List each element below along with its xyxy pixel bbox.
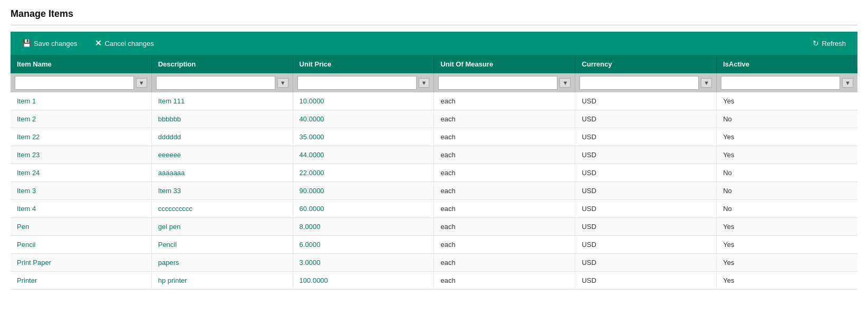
cell-isActive: No: [717, 164, 857, 182]
cell-isActive: No: [717, 110, 857, 128]
cell-isActive: Yes: [717, 128, 857, 146]
cell-currency: USD: [575, 92, 717, 110]
cell-description: papers: [151, 254, 293, 272]
cell-currency: USD: [575, 272, 717, 290]
items-table: Item Name Description Unit Price Unit Of…: [11, 55, 857, 290]
cell-currency: USD: [575, 218, 717, 236]
toolbar: 💾 Save changes ✕ Cancel changes ↻ Refres…: [11, 32, 857, 55]
cell-unitPrice: 22.0000: [293, 164, 434, 182]
cell-unitPrice: 90.0000: [293, 182, 434, 200]
table-row: Print Paperpapers3.0000eachUSDYes: [11, 254, 857, 272]
filter-icon-item-name[interactable]: ▼: [136, 78, 147, 88]
col-header-description: Description: [151, 55, 293, 73]
cell-unitPrice: 8.0000: [293, 218, 434, 236]
cell-currency: USD: [575, 146, 717, 164]
cell-isActive: No: [717, 182, 857, 200]
table-row: Printerhp printer100.0000eachUSDYes: [11, 272, 857, 290]
cell-itemName: Item 23: [11, 146, 151, 164]
table-row: Item 23eeeeee44.0000eachUSDYes: [11, 146, 857, 164]
cell-unitOfMeasure: each: [434, 128, 575, 146]
cell-unitPrice: 35.0000: [293, 128, 434, 146]
filter-cell-unit-price: ▼: [293, 73, 434, 92]
filter-input-unit-price[interactable]: [297, 76, 417, 90]
cell-unitOfMeasure: each: [434, 164, 575, 182]
table-row: Item 4cccccccccc60.0000eachUSDNo: [11, 200, 857, 218]
save-button[interactable]: 💾 Save changes: [18, 37, 81, 50]
cell-unitPrice: 3.0000: [293, 254, 434, 272]
cell-itemName: Print Paper: [11, 254, 151, 272]
table-row: Pengel pen8.0000eachUSDYes: [11, 218, 857, 236]
cell-currency: USD: [575, 164, 717, 182]
cell-description: bbbbbb: [151, 110, 293, 128]
cell-isActive: Yes: [717, 218, 857, 236]
cancel-label: Cancel changes: [104, 40, 153, 47]
cell-unitPrice: 60.0000: [293, 200, 434, 218]
cell-unitOfMeasure: each: [434, 110, 575, 128]
column-headers-row: Item Name Description Unit Price Unit Of…: [11, 55, 857, 73]
cell-unitPrice: 100.0000: [293, 272, 434, 290]
filter-icon-description[interactable]: ▼: [277, 78, 288, 88]
table-row: Item 3Item 3390.0000eachUSDNo: [11, 182, 857, 200]
cell-description: dddddd: [151, 128, 293, 146]
page-title: Manage Items: [11, 8, 857, 25]
cell-itemName: Item 24: [11, 164, 151, 182]
table-row: Item 24aaaaaaa22.0000eachUSDNo: [11, 164, 857, 182]
filter-icon-unit-price[interactable]: ▼: [419, 78, 430, 88]
filter-input-description[interactable]: [156, 76, 275, 90]
filter-input-unit-of-measure[interactable]: [438, 76, 557, 90]
cancel-icon: ✕: [95, 39, 102, 48]
cell-unitPrice: 44.0000: [293, 146, 434, 164]
cell-unitOfMeasure: each: [434, 272, 575, 290]
cell-unitOfMeasure: each: [434, 200, 575, 218]
refresh-button[interactable]: ↻ Refresh: [808, 37, 850, 50]
cell-unitOfMeasure: each: [434, 92, 575, 110]
cell-isActive: No: [717, 200, 857, 218]
table-row: PencilPencil6.0000eachUSDYes: [11, 236, 857, 254]
cell-unitOfMeasure: each: [434, 236, 575, 254]
cell-currency: USD: [575, 236, 717, 254]
cancel-button[interactable]: ✕ Cancel changes: [91, 36, 158, 50]
cell-currency: USD: [575, 110, 717, 128]
cell-description: Item 111: [151, 92, 293, 110]
filter-icon-is-active[interactable]: ▼: [842, 78, 853, 88]
filter-input-item-name[interactable]: [15, 76, 134, 90]
filter-cell-unit-of-measure: ▼: [434, 73, 575, 92]
filter-row: ▼ ▼ ▼: [11, 73, 857, 92]
col-header-unit-price: Unit Price: [293, 55, 434, 73]
col-header-is-active: IsActive: [717, 55, 857, 73]
filter-input-is-active[interactable]: [721, 76, 840, 90]
cell-description: cccccccccc: [151, 200, 293, 218]
cell-unitOfMeasure: each: [434, 254, 575, 272]
cell-description: hp printer: [151, 272, 293, 290]
cell-isActive: Yes: [717, 272, 857, 290]
filter-cell-currency: ▼: [575, 73, 717, 92]
refresh-label: Refresh: [822, 40, 846, 47]
cell-currency: USD: [575, 200, 717, 218]
cell-itemName: Item 4: [11, 200, 151, 218]
col-header-currency: Currency: [575, 55, 717, 73]
table-body: Item 1Item 11110.0000eachUSDYesItem 2bbb…: [11, 92, 857, 290]
cell-isActive: Yes: [717, 236, 857, 254]
cell-description: aaaaaaa: [151, 164, 293, 182]
cell-description: gel pen: [151, 218, 293, 236]
cell-isActive: Yes: [717, 146, 857, 164]
filter-icon-currency[interactable]: ▼: [701, 78, 712, 88]
separator: [81, 40, 91, 47]
save-label: Save changes: [34, 40, 77, 47]
cell-itemName: Item 3: [11, 182, 151, 200]
table-row: Item 22dddddd35.0000eachUSDYes: [11, 128, 857, 146]
table-row: Item 1Item 11110.0000eachUSDYes: [11, 92, 857, 110]
filter-cell-description: ▼: [151, 73, 293, 92]
filter-icon-unit-of-measure[interactable]: ▼: [560, 78, 571, 88]
cell-unitPrice: 40.0000: [293, 110, 434, 128]
cell-itemName: Printer: [11, 272, 151, 290]
filter-cell-item-name: ▼: [11, 73, 151, 92]
cell-unitPrice: 6.0000: [293, 236, 434, 254]
cell-isActive: Yes: [717, 92, 857, 110]
page-wrapper: Manage Items 💾 Save changes ✕ Cancel cha…: [0, 0, 868, 298]
cell-unitOfMeasure: each: [434, 146, 575, 164]
filter-input-currency[interactable]: [580, 76, 699, 90]
cell-itemName: Pencil: [11, 236, 151, 254]
table-row: Item 2bbbbbb40.0000eachUSDNo: [11, 110, 857, 128]
cell-itemName: Pen: [11, 218, 151, 236]
